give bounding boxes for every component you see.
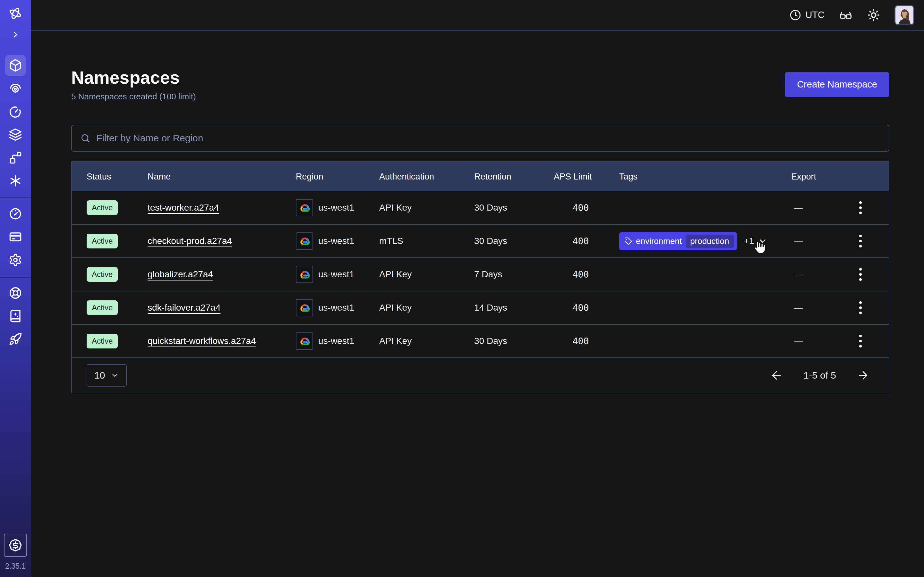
export-value: — <box>791 336 847 346</box>
sidebar-item-settings[interactable] <box>5 250 26 270</box>
table-footer: 10 1-5 of 5 <box>72 358 889 393</box>
row-menu-button[interactable] <box>851 266 869 284</box>
namespace-link[interactable]: checkout-prod.a27a4 <box>148 236 232 246</box>
aps-value: 400 <box>554 303 619 313</box>
table-header: Status Name Region Authentication Retent… <box>72 162 889 191</box>
table-row: Active quickstart-workflows.a27a4 us-wes… <box>72 325 889 358</box>
table-row: Active checkout-prod.a27a4 us-west1 mTLS… <box>72 225 889 258</box>
export-value: — <box>791 236 847 246</box>
namespace-link[interactable]: globalizer.a27a4 <box>148 269 213 279</box>
tag-more-count: +1 <box>744 236 754 246</box>
filter-input[interactable] <box>96 133 880 143</box>
retention-value: 30 Days <box>474 236 554 246</box>
namespace-link[interactable]: test-worker.a27a4 <box>148 203 219 213</box>
table-row: Active globalizer.a27a4 us-west1 API Key… <box>72 258 889 292</box>
main-content: Namespaces 5 Namespaces created (100 lim… <box>31 31 924 577</box>
auth-value: API Key <box>379 303 474 313</box>
book-sparkles-icon <box>9 309 22 323</box>
namespaces-table: Status Name Region Authentication Retent… <box>71 161 889 393</box>
table-row: Active sdk-failover.a27a4 us-west1 API K… <box>72 292 889 325</box>
credit-card-icon <box>9 230 22 243</box>
app-version: 2.35.1 <box>5 562 26 571</box>
arrow-left-icon <box>770 369 783 382</box>
prev-page-button[interactable] <box>770 369 783 382</box>
sidebar-item-3[interactable] <box>5 101 26 122</box>
region-label: us-west1 <box>318 336 354 346</box>
col-status: Status <box>72 172 148 182</box>
namespace-link[interactable]: sdk-failover.a27a4 <box>148 303 220 313</box>
sun-icon[interactable] <box>867 8 880 22</box>
chevron-down-icon[interactable] <box>758 236 767 246</box>
page-size-value: 10 <box>94 370 105 381</box>
create-namespace-button[interactable]: Create Namespace <box>785 72 889 97</box>
sidebar-item-getting-started[interactable] <box>5 329 26 350</box>
tag-key: environment <box>636 236 682 246</box>
status-badge: Active <box>87 334 118 348</box>
export-value: — <box>791 203 847 213</box>
google-cloud-icon <box>296 232 313 250</box>
export-value: — <box>791 269 847 279</box>
auth-value: mTLS <box>379 236 474 246</box>
aps-value: 400 <box>554 203 619 213</box>
gauge-icon <box>9 207 22 221</box>
iris-icon <box>9 82 22 95</box>
namespace-link[interactable]: quickstart-workflows.a27a4 <box>148 336 256 346</box>
layers-icon <box>9 128 22 141</box>
row-menu-button[interactable] <box>851 232 869 250</box>
region-label: us-west1 <box>318 269 354 279</box>
status-badge: Active <box>87 234 118 248</box>
aps-value: 400 <box>554 269 619 280</box>
sidebar: 2.35.1 <box>0 0 31 577</box>
region-label: us-west1 <box>318 236 354 246</box>
status-badge: Active <box>87 267 118 282</box>
auth-value: API Key <box>379 203 474 213</box>
sidebar-item-4[interactable] <box>5 124 26 145</box>
sidebar-divider <box>0 277 31 277</box>
sidebar-item-usage[interactable] <box>5 203 26 224</box>
next-page-button[interactable] <box>857 369 869 382</box>
row-menu-button[interactable] <box>851 299 869 317</box>
timezone-selector[interactable]: UTC <box>789 9 825 21</box>
timezone-label: UTC <box>805 10 825 20</box>
sidebar-item-billing[interactable] <box>5 227 26 247</box>
row-menu-button[interactable] <box>851 199 869 217</box>
sidebar-item-docs[interactable] <box>5 306 26 326</box>
col-authentication: Authentication <box>379 172 474 182</box>
sidebar-item-pricing[interactable] <box>4 534 27 557</box>
user-avatar[interactable] <box>895 5 914 25</box>
retention-value: 14 Days <box>474 303 554 313</box>
col-retention: Retention <box>474 172 554 182</box>
col-tags: Tags <box>619 172 791 182</box>
export-value: — <box>791 303 847 313</box>
tag-icon <box>624 237 632 245</box>
region-label: us-west1 <box>318 203 354 213</box>
google-cloud-icon <box>296 332 313 350</box>
glasses-icon[interactable] <box>838 8 853 22</box>
sidebar-item-6[interactable] <box>5 171 26 191</box>
asterisk-icon <box>9 174 22 187</box>
row-menu-button[interactable] <box>851 332 869 350</box>
retention-value: 30 Days <box>474 336 554 346</box>
col-export: Export <box>791 172 847 182</box>
gear-icon <box>9 253 22 267</box>
status-badge: Active <box>87 300 118 315</box>
arrow-right-icon <box>857 369 869 382</box>
topbar: UTC <box>31 0 924 31</box>
page-subtitle: 5 Namespaces created (100 limit) <box>71 92 196 102</box>
sidebar-item-2[interactable] <box>5 78 26 99</box>
google-cloud-icon <box>296 266 313 283</box>
sidebar-item-support[interactable] <box>5 283 26 303</box>
sidebar-item-5[interactable] <box>5 147 26 168</box>
tag-chip[interactable]: environment production <box>619 232 737 250</box>
retention-value: 7 Days <box>474 269 554 279</box>
filter-box <box>71 125 889 152</box>
col-region: Region <box>296 172 379 182</box>
col-name: Name <box>148 172 296 182</box>
temporal-logo-icon[interactable] <box>7 5 24 22</box>
chevron-right-icon[interactable] <box>9 28 22 41</box>
sidebar-item-namespaces[interactable] <box>5 55 26 76</box>
google-cloud-icon <box>296 299 313 316</box>
auth-value: API Key <box>379 336 474 346</box>
google-cloud-icon <box>296 199 313 216</box>
page-size-select[interactable]: 10 <box>87 364 127 387</box>
